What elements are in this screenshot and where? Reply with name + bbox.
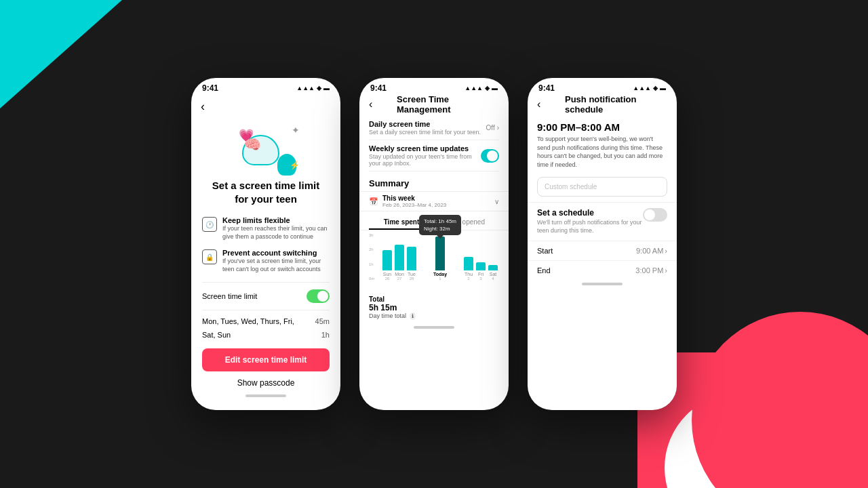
custom-schedule-input[interactable]: Custom schedule [537, 177, 667, 197]
bar-chart: 3h2h1h0m Sun 26 Mon 27 Tue 28 [359, 230, 509, 291]
total-label: Total [369, 296, 499, 303]
divider-1 [202, 282, 330, 283]
custom-schedule-placeholder: Custom schedule [545, 183, 597, 190]
show-passcode-button[interactable]: Show passcode [191, 374, 340, 392]
set-schedule-row: Set a schedule We'll turn off push notif… [528, 202, 677, 240]
week-dates: Feb 26, 2023–Mar 4, 2023 [382, 202, 446, 208]
illustration-area: 💗 ✦ 🧠 ⚡ [191, 118, 340, 179]
weekdays-row: Mon, Tues, Wed, Thurs, Fri, 45m [191, 314, 340, 328]
battery-icon-3: ▬ [660, 85, 666, 92]
bar-fri: Fri 3 [476, 262, 486, 281]
feature-prevent-switching: 🔒 Prevent account switching If you've se… [191, 245, 340, 277]
week-selector[interactable]: 📅 This week Feb 26, 2023–Mar 4, 2023 ∨ [359, 191, 509, 211]
wifi-icon-3: ◈ [653, 85, 658, 92]
status-time-3: 9:41 [538, 83, 555, 93]
start-value: 9:00 AM › [636, 247, 667, 255]
status-bar-1: 9:41 ▲▲▲ ◈ ▬ [191, 78, 340, 96]
battery-icon-2: ▬ [492, 85, 498, 92]
bar-mon: Mon 27 [395, 245, 404, 281]
notification-desc: To support your teen's well-being, we wo… [537, 135, 667, 169]
weekly-row: Weekly screen time updates Stay updated … [369, 140, 499, 171]
bar-sun-date: 26 [385, 277, 390, 281]
bar-fri-label: Fri [478, 272, 484, 277]
status-icons-2: ▲▲▲ ◈ ▬ [465, 85, 498, 92]
bar-thu-fill [464, 257, 473, 270]
status-bar-2: 9:41 ▲▲▲ ◈ ▬ [359, 78, 509, 96]
status-time-2: 9:41 [370, 83, 387, 93]
battery-icon: ▬ [323, 85, 330, 92]
wifi-icon-2: ◈ [485, 85, 490, 92]
brain-icon: 🧠 [244, 136, 261, 152]
wifi-icon: ◈ [317, 85, 321, 92]
set-schedule-toggle[interactable] [643, 208, 667, 222]
total-value: 5h 15m [369, 303, 499, 312]
edit-screen-time-button[interactable]: Edit screen time limit [202, 348, 330, 371]
chevron-right-icon-start: › [665, 247, 667, 255]
back-button-2[interactable]: ‹ [369, 98, 372, 110]
daily-label: Daily screen time [369, 120, 481, 128]
screen-time-toggle[interactable] [307, 289, 330, 303]
lightning-icon: ⚡ [290, 161, 300, 170]
bar-sat-date: 4 [492, 277, 494, 281]
weekend-row: Sat, Sun 1h [191, 328, 340, 342]
end-time-row[interactable]: End 3:00 PM › [528, 260, 677, 280]
bar-fri-fill [476, 262, 486, 270]
back-button-3[interactable]: ‹ [537, 98, 540, 110]
phone1-title: Set a screen time limit for your teen [191, 179, 340, 212]
bar-sat: Sat 4 [488, 265, 498, 281]
feature2-desc: If you've set a screen time limit, your … [222, 258, 330, 273]
push-notification-title: Push notification schedule [565, 94, 639, 115]
lock-icon: 🔒 [202, 249, 217, 264]
bar-sun-fill [382, 250, 392, 270]
bar-tue-fill [407, 247, 416, 270]
total-section: Total 5h 15m Day time total ℹ [359, 291, 509, 323]
bar-thu-label: Thu [465, 272, 473, 277]
chevron-down-icon: ∨ [494, 198, 499, 205]
weekdays-label: Mon, Tues, Wed, Thurs, Fri, [202, 317, 294, 325]
bar-tue-date: 28 [410, 277, 414, 281]
end-label: End [537, 266, 551, 274]
info-icon: ℹ [410, 312, 416, 320]
daily-screen-time-section: Daily screen time Set a daily screen tim… [359, 115, 509, 173]
daily-row[interactable]: Daily screen time Set a daily screen tim… [369, 116, 499, 140]
y-axis-labels: 3h2h1h0m [369, 233, 374, 281]
tooltip: Total: 1h 45m Night: 32m [419, 215, 461, 235]
time-range: 9:00 PM–8:00 AM [537, 121, 667, 133]
bar-today-fill [435, 237, 445, 270]
notification-time-block: 9:00 PM–8:00 AM To support your teen's w… [528, 116, 677, 171]
bg-pink-circle [692, 312, 868, 488]
feature1-desc: If your teen reaches their limit, you ca… [222, 225, 330, 241]
tooltip-total: Total: 1h 45m [424, 218, 456, 225]
phone2-header: ‹ Screen Time Management [359, 96, 509, 115]
chevron-right-icon-end: › [665, 266, 667, 274]
status-time-1: 9:41 [202, 83, 218, 93]
divider-2 [202, 310, 330, 310]
back-button-1[interactable]: ‹ [191, 96, 340, 118]
set-schedule-label: Set a schedule [537, 208, 643, 218]
feature-keep-limits: 🕐 Keep limits flexible If your teen reac… [191, 212, 340, 245]
weekend-label: Sat, Sun [202, 331, 231, 339]
start-time-row[interactable]: Start 9:00 AM › [528, 241, 677, 260]
daily-value: Off › [486, 124, 500, 131]
weekly-sub: Stay updated on your teen's time from yo… [369, 153, 481, 167]
start-label: Start [537, 247, 553, 255]
phones-container: 9:41 ▲▲▲ ◈ ▬ ‹ 💗 ✦ 🧠 ⚡ Set a screen time… [191, 78, 677, 410]
bar-sat-fill [488, 265, 498, 270]
weekly-toggle[interactable] [481, 149, 499, 163]
bar-today-label: Today [433, 272, 447, 277]
phone-screen-time-management: 9:41 ▲▲▲ ◈ ▬ ‹ Screen Time Management Da… [359, 78, 509, 410]
end-value: 3:00 PM › [635, 266, 667, 274]
bar-today: Total: 1h 45m Night: 32m Today 1 [419, 215, 461, 281]
bar-sat-label: Sat [490, 272, 497, 277]
bg-cyan-triangle [0, 0, 122, 108]
signal-icon: ▲▲▲ [296, 85, 315, 92]
phone3-header: ‹ Push notification schedule [528, 96, 677, 116]
bars-container: Sun 26 Mon 27 Tue 28 Total: 1h 45m Nigh [380, 233, 499, 281]
home-bar-2 [414, 326, 454, 329]
bar-mon-fill [395, 245, 404, 270]
sparkle-icon: ✦ [292, 125, 300, 136]
daytime-label: Day time total ℹ [369, 312, 499, 319]
status-bar-3: 9:41 ▲▲▲ ◈ ▬ [528, 78, 677, 96]
summary-header: Summary [359, 173, 509, 191]
bar-fri-date: 3 [479, 277, 481, 281]
